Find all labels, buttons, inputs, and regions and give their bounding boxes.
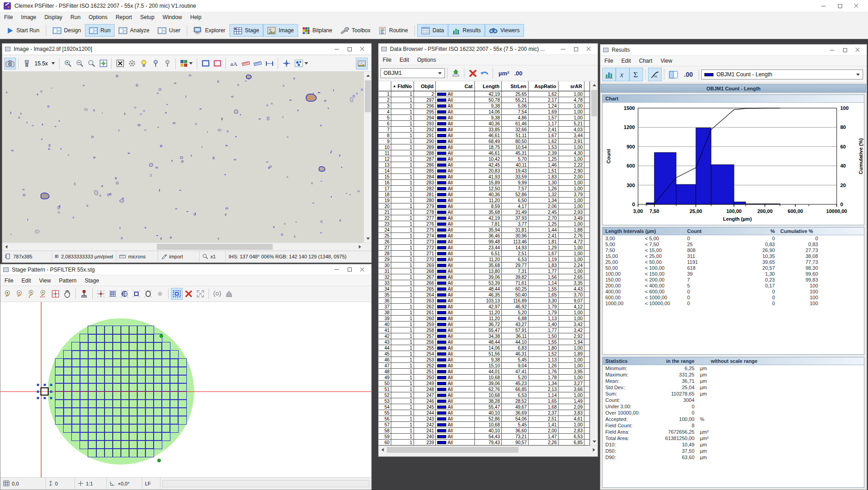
scale-calibration-button[interactable] <box>356 58 368 69</box>
image-vertical-scrollbar[interactable] <box>364 72 371 243</box>
table-row[interactable]: 371262All42,9746,921,794,12 <box>379 304 590 310</box>
stage-field-cell[interactable] <box>178 400 186 408</box>
stage-field-cell[interactable] <box>105 383 113 391</box>
stage-field-cell[interactable] <box>129 424 137 432</box>
stage-field-cell[interactable] <box>154 342 162 351</box>
stage-field-cell[interactable] <box>80 342 88 351</box>
stage-field-cell[interactable] <box>129 383 137 391</box>
stage-field-cell[interactable] <box>88 375 96 383</box>
stage-field-cell[interactable] <box>64 375 72 383</box>
stage-field-cell[interactable] <box>137 351 145 359</box>
stage-field-cell[interactable] <box>105 416 113 424</box>
pin-marker-button[interactable] <box>150 58 161 69</box>
stage-field-cell[interactable] <box>145 449 154 457</box>
stage-field-cell[interactable] <box>105 326 113 334</box>
stage-field-cell[interactable] <box>96 391 105 400</box>
table-row[interactable]: 511248All62,7666,852,133,66 <box>379 386 590 392</box>
blue-frame-button[interactable] <box>200 58 211 69</box>
stage-field-cell[interactable] <box>113 416 121 424</box>
result-series-selector[interactable]: OBJM1 Count - Length <box>701 69 863 79</box>
stage-field-cell[interactable] <box>88 367 96 375</box>
stage-field-cell[interactable] <box>96 416 105 424</box>
stage-reference-point[interactable] <box>160 334 163 338</box>
stage-canvas[interactable] <box>0 302 371 477</box>
toolbar-button-run[interactable]: Run <box>85 24 115 37</box>
menu-window[interactable]: Window <box>159 14 186 20</box>
pattern-square-button[interactable] <box>130 288 142 300</box>
zoom-in-button[interactable] <box>62 58 74 69</box>
stage-field-cell[interactable] <box>105 400 113 408</box>
menu-image[interactable]: Image <box>17 14 40 20</box>
zoom-out-button[interactable] <box>74 58 85 69</box>
stage-field-cell[interactable] <box>162 416 170 424</box>
stage-field-cell[interactable] <box>145 408 154 416</box>
table-row[interactable]: 291270All11,206,531,191,00 <box>379 257 590 262</box>
table-row[interactable]: 111288All46,6145,312,394,30 <box>379 150 590 156</box>
stage-field-cell[interactable] <box>170 383 178 391</box>
stage-field-cell[interactable] <box>178 359 186 367</box>
table-row[interactable]: 441255All14,066,831,801,00 <box>379 345 590 351</box>
stage-field-cell[interactable] <box>88 359 96 367</box>
stage-field-cell[interactable] <box>96 424 105 432</box>
stage-field-cell[interactable] <box>105 424 113 432</box>
pan-button[interactable] <box>61 288 73 300</box>
table-row[interactable]: 521247All10,686,531,141,00 <box>379 392 590 398</box>
table-row[interactable]: 251274All36,4630,962,412,76 <box>379 233 590 239</box>
stage-field-cell[interactable] <box>129 342 137 351</box>
toolbar-button-image[interactable]: Image <box>263 24 298 37</box>
stage-field-cell[interactable] <box>145 334 154 342</box>
stage-field-cell[interactable] <box>137 449 145 457</box>
stage-field-cell[interactable] <box>154 416 162 424</box>
select-frame-button[interactable] <box>171 288 183 300</box>
table-row[interactable]: 431256All48,4444,101,551,94 <box>379 339 590 345</box>
close-button[interactable] <box>582 44 595 54</box>
stage-field-cell[interactable] <box>162 400 170 408</box>
stage-field-cell[interactable] <box>55 416 64 424</box>
stage-field-cell[interactable] <box>88 391 96 400</box>
stage-field-cell[interactable] <box>80 391 88 400</box>
stage-field-cell[interactable] <box>162 391 170 400</box>
toolbar-button-viewers[interactable]: Viewers <box>485 24 524 37</box>
stage-field-cell[interactable] <box>96 432 105 441</box>
table-row[interactable]: 311268All13,807,311,771,00 <box>379 268 590 274</box>
pattern-spot-button[interactable] <box>154 288 166 300</box>
zoom-point-button[interactable] <box>26 288 38 300</box>
maximize-button[interactable] <box>569 44 582 54</box>
stage-field-cell[interactable] <box>113 424 121 432</box>
selection-handle[interactable] <box>50 397 52 399</box>
stage-field-cell[interactable] <box>96 375 105 383</box>
stage-field-cell[interactable] <box>121 351 129 359</box>
stage-field-cell[interactable] <box>145 359 154 367</box>
stage-field-cell[interactable] <box>170 416 178 424</box>
pattern-grid-button[interactable] <box>107 288 119 300</box>
data-table-horizontal-scrollbar[interactable] <box>379 445 598 454</box>
stage-field-cell[interactable] <box>154 408 162 416</box>
stage-field-cell[interactable] <box>129 449 137 457</box>
stage-field-cell[interactable] <box>170 351 178 359</box>
stage-field-cell[interactable] <box>113 375 121 383</box>
stage-field-cell[interactable] <box>121 416 129 424</box>
stage-field-cell[interactable] <box>88 424 96 432</box>
show-statistics-button[interactable]: Σ <box>629 68 643 81</box>
selection-handle[interactable] <box>37 384 39 386</box>
stage-field-cell[interactable] <box>88 383 96 391</box>
stage-field-cell[interactable] <box>88 408 96 416</box>
stage-field-cell[interactable] <box>96 342 105 351</box>
illumination-button[interactable] <box>138 58 150 69</box>
stage-field-cell[interactable] <box>72 391 80 400</box>
stage-field-cell[interactable] <box>162 359 170 367</box>
stage-field-cell[interactable] <box>80 375 88 383</box>
maximize-button[interactable] <box>343 44 356 54</box>
stage-field-cell[interactable] <box>129 375 137 383</box>
stage-field-cell[interactable] <box>88 432 96 441</box>
stage-field-cell[interactable] <box>55 383 64 391</box>
stage-reference-point[interactable] <box>157 459 161 462</box>
stage-field-cell[interactable] <box>72 342 80 351</box>
stage-field-cell[interactable] <box>113 383 121 391</box>
column-header-length[interactable]: Length <box>475 81 502 91</box>
table-row[interactable]: 121287All10,425,701,251,00 <box>379 156 590 162</box>
stage-field-cell[interactable] <box>96 326 105 334</box>
object-measure-selector[interactable]: OBJM1 <box>380 68 445 78</box>
stage-field-cell[interactable] <box>64 400 72 408</box>
minimize-button[interactable] <box>826 45 838 55</box>
